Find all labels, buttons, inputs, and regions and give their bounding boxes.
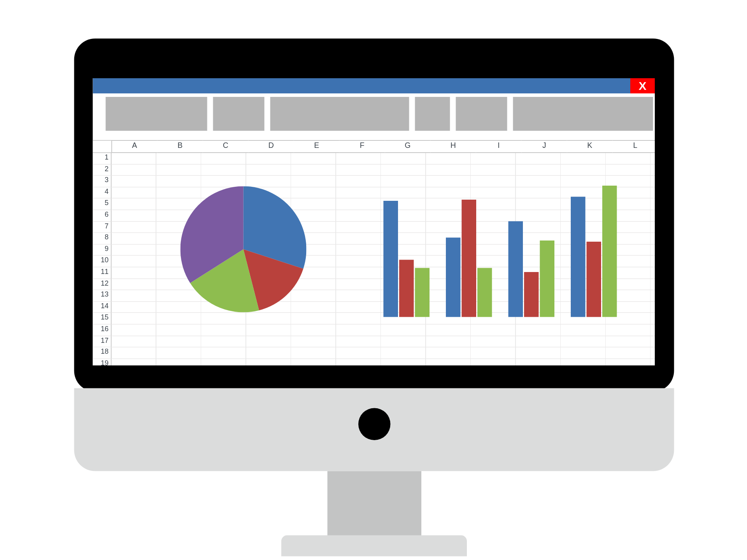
bar-group	[571, 186, 617, 317]
ribbon-toolbar	[93, 93, 655, 140]
column-header[interactable]: C	[203, 141, 249, 153]
close-button[interactable]: X	[630, 78, 655, 93]
row-cells[interactable]	[112, 359, 655, 365]
close-icon: X	[638, 79, 646, 93]
row-cells[interactable]	[112, 325, 655, 336]
row-header[interactable]: 8	[93, 233, 112, 244]
row-cells[interactable]	[112, 153, 655, 164]
bar	[571, 197, 586, 317]
column-header[interactable]: F	[340, 141, 385, 153]
bar	[415, 268, 430, 317]
row-header[interactable]: 12	[93, 279, 112, 290]
bar	[446, 238, 461, 317]
table-row: 19	[93, 359, 655, 365]
bar-group	[446, 200, 492, 317]
table-row: 2	[93, 164, 655, 176]
column-header[interactable]: G	[385, 141, 431, 153]
monitor-stand-base	[281, 535, 467, 556]
column-header[interactable]: K	[567, 141, 613, 153]
bar	[602, 186, 617, 317]
spreadsheet-grid[interactable]: ABCDEFGHIJKL 123456789101112131415161718…	[93, 140, 655, 365]
window-titlebar[interactable]: X	[93, 78, 655, 93]
monitor-home-button	[358, 408, 391, 441]
bar	[540, 241, 555, 317]
column-header-row: ABCDEFGHIJKL	[93, 141, 655, 153]
bar	[462, 200, 477, 317]
table-row: 18	[93, 348, 655, 359]
bar-group	[384, 201, 430, 317]
row-header[interactable]: 1	[93, 153, 112, 164]
column-header[interactable]: E	[294, 141, 340, 153]
bar-chart[interactable]	[384, 181, 617, 317]
column-header[interactable]: H	[431, 141, 476, 153]
bar	[384, 201, 398, 317]
row-header[interactable]: 5	[93, 199, 112, 210]
column-header[interactable]: L	[613, 141, 655, 153]
row-header[interactable]: 10	[93, 256, 112, 267]
column-header[interactable]: B	[158, 141, 203, 153]
table-row: 16	[93, 325, 655, 336]
bar	[399, 260, 414, 317]
row-header[interactable]: 13	[93, 290, 112, 302]
spreadsheet-window: X ABCDEFGHIJKL 1234567891011121314151617…	[93, 78, 655, 365]
column-header[interactable]: J	[522, 141, 567, 153]
ribbon-group-4[interactable]	[415, 97, 450, 131]
bar	[477, 268, 492, 317]
bar	[509, 221, 523, 317]
row-header[interactable]: 15	[93, 313, 112, 324]
row-header[interactable]: 3	[93, 176, 112, 187]
row-header[interactable]: 7	[93, 221, 112, 233]
row-header[interactable]: 9	[93, 244, 112, 256]
monitor-stand-neck	[328, 471, 422, 539]
row-header[interactable]: 11	[93, 267, 112, 279]
bar	[587, 242, 601, 317]
row-header[interactable]: 2	[93, 164, 112, 176]
row-cells[interactable]	[112, 164, 655, 176]
table-row: 1	[93, 153, 655, 164]
pie-chart[interactable]	[181, 186, 307, 312]
ribbon-group-1[interactable]	[106, 97, 207, 131]
row-header[interactable]: 14	[93, 302, 112, 313]
ribbon-group-3[interactable]	[270, 97, 409, 131]
column-header[interactable]: D	[249, 141, 294, 153]
row-header[interactable]: 17	[93, 336, 112, 347]
ribbon-group-2[interactable]	[213, 97, 265, 131]
row-header[interactable]: 19	[93, 359, 112, 365]
ribbon-group-5[interactable]	[456, 97, 507, 131]
row-cells[interactable]	[112, 348, 655, 359]
table-row: 17	[93, 336, 655, 347]
column-header[interactable]: A	[112, 141, 158, 153]
monitor-illustration: X ABCDEFGHIJKL 1234567891011121314151617…	[0, 0, 747, 560]
row-header[interactable]: 18	[93, 348, 112, 359]
select-all-corner[interactable]	[93, 141, 112, 153]
bar-group	[509, 221, 555, 317]
bar	[524, 272, 539, 317]
row-header[interactable]: 6	[93, 210, 112, 221]
column-header[interactable]: I	[476, 141, 522, 153]
ribbon-group-6[interactable]	[513, 97, 653, 131]
row-header[interactable]: 4	[93, 187, 112, 198]
row-header[interactable]: 16	[93, 325, 112, 336]
row-cells[interactable]	[112, 336, 655, 347]
